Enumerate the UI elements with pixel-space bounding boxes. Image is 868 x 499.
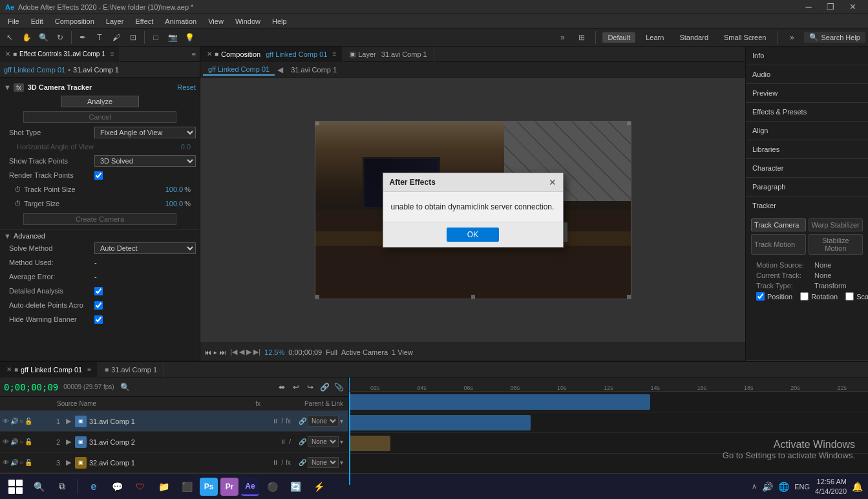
create-camera-button[interactable]: Create Camera — [23, 213, 177, 225]
tool-selection[interactable]: ↖ — [3, 30, 17, 45]
tool-brush[interactable]: 🖌 — [109, 30, 123, 45]
comp-tab-1-menu[interactable]: ≡ — [332, 50, 336, 58]
warp-stabilizer-button[interactable]: Warp Stabilizer — [809, 218, 863, 231]
layer-2-audio[interactable]: 🔊 — [10, 438, 18, 445]
taskbar-lightning[interactable]: ⚡ — [308, 476, 329, 497]
zoom-value[interactable]: 12.5% — [264, 348, 284, 356]
start-button[interactable] — [5, 476, 26, 497]
paragraph-header[interactable]: Paragraph — [746, 178, 868, 196]
detailed-analysis-checkbox[interactable] — [94, 287, 103, 295]
layer-3-parent-select[interactable]: None — [308, 457, 339, 468]
workspace-small-screen[interactable]: Small Screen — [719, 32, 771, 43]
render-track-checkbox[interactable] — [94, 171, 103, 180]
layer-1-solo[interactable]: ○ — [19, 418, 23, 425]
tl-search-icon[interactable]: 🔍 — [120, 381, 131, 393]
align-header[interactable]: Align — [746, 122, 868, 140]
layer-3-audio[interactable]: 🔊 — [10, 459, 18, 466]
tab1-menu[interactable]: ≡ — [111, 50, 114, 58]
tool-hand[interactable]: ✋ — [19, 30, 34, 45]
layer-3-motion[interactable]: ⏸ — [272, 459, 279, 466]
timeline-timecode[interactable]: 0;00;00;09 — [4, 382, 58, 392]
taskbar-taskview[interactable]: ⧉ — [52, 476, 72, 497]
tool-camera[interactable]: 📷 — [165, 30, 180, 45]
layer-2-motion[interactable]: ⏸ — [280, 438, 286, 445]
search-help-box[interactable]: 🔍 Search Help — [804, 32, 865, 43]
preview-header[interactable]: Preview — [746, 84, 868, 102]
tool-shape[interactable]: □ — [149, 30, 163, 45]
scale-checkbox[interactable] — [845, 292, 854, 301]
taskbar-refresh[interactable]: 🔄 — [285, 476, 306, 497]
taskbar-network[interactable]: 🌐 — [778, 482, 789, 492]
comp-tab-1[interactable]: ✕ ■ Composition gff Linked Comp 01 ≡ — [200, 47, 343, 62]
taskbar-explorer[interactable]: 📁 — [153, 476, 174, 497]
taskbar-aftereffects[interactable]: Ae — [241, 478, 259, 496]
tracker-header[interactable]: Tracker — [746, 196, 868, 215]
taskbar-volume[interactable]: 🔊 — [762, 482, 773, 492]
taskbar-photoshop[interactable]: Ps — [200, 478, 218, 496]
comp-tab-2[interactable]: ▣ Layer 31.avi Comp 1 — [343, 47, 434, 62]
layer-3-fx[interactable]: fx — [286, 459, 291, 466]
hide-warning-checkbox[interactable] — [94, 315, 103, 324]
layer-3-solo[interactable]: ○ — [19, 459, 23, 466]
taskbar-davinci[interactable]: ⚫ — [262, 476, 282, 497]
layer-3-dropdown[interactable]: ▾ — [340, 459, 343, 466]
effect-controls-tab[interactable]: ✕ ■ Effect Controls 31.avi Comp 1 ≡ — [0, 47, 120, 62]
show-track-select[interactable]: 3D Solved — [94, 155, 196, 167]
info-header[interactable]: Info — [746, 47, 868, 65]
dialog-ok-button[interactable]: OK — [447, 228, 499, 242]
taskbar-edge[interactable]: e — [83, 476, 104, 497]
menu-layer[interactable]: Layer — [101, 16, 129, 27]
dialog-close-icon[interactable]: ✕ — [549, 177, 556, 187]
layer-1-audio[interactable]: 🔊 — [10, 418, 18, 425]
expand-workspaces-icon[interactable]: » — [785, 30, 799, 45]
layer-3-expand[interactable]: ▶ — [66, 458, 71, 467]
expand-icon[interactable]: » — [555, 30, 569, 45]
layer-3-lock[interactable]: 🔓 — [25, 459, 32, 466]
comp-tab-1-close[interactable]: ✕ — [207, 50, 212, 58]
tl-icon-4[interactable]: 🔗 — [319, 381, 330, 393]
tl-icon-3[interactable]: ↪ — [304, 381, 316, 393]
taskbar-up-arrow[interactable]: ∧ — [752, 482, 757, 491]
tl-tab-1-close[interactable]: ✕ — [6, 366, 12, 373]
cancel-button[interactable]: Cancel — [23, 111, 177, 123]
layer-1-lock[interactable]: 🔓 — [25, 418, 32, 425]
close-button[interactable]: ✕ — [842, 0, 863, 14]
track-camera-button[interactable]: Track Camera — [751, 218, 806, 231]
expand-effect-arrow[interactable]: ▼ — [4, 83, 11, 91]
snapping-toggle[interactable]: ⊞ — [575, 30, 589, 45]
tl-icon-2[interactable]: ↩ — [290, 381, 302, 393]
sub-tab-2[interactable]: 31.avi Comp 1 — [286, 65, 342, 75]
target-size-value[interactable]: 100.0 — [165, 200, 185, 207]
taskbar-notification[interactable]: 🔔 — [852, 482, 863, 492]
left-panel-menu[interactable]: ≡ — [188, 50, 200, 58]
character-header[interactable]: Character — [746, 159, 868, 177]
full-quality[interactable]: Full — [326, 348, 337, 356]
taskbar-clock[interactable]: 12:56 AM 4/14/2020 — [815, 477, 847, 496]
layer-2-name[interactable]: 31.avi Comp 2 — [89, 438, 277, 446]
taskbar-search[interactable]: 🔍 — [28, 476, 49, 497]
close-icon-tab1[interactable]: ✕ — [5, 50, 10, 58]
advanced-section[interactable]: ▼ Advanced — [0, 231, 200, 241]
layer-2-parent-select[interactable]: None — [308, 436, 339, 447]
rotation-checkbox[interactable] — [800, 292, 809, 301]
menu-effect[interactable]: Effect — [130, 16, 158, 27]
menu-animation[interactable]: Animation — [160, 16, 202, 27]
stabilize-motion-button[interactable]: Stabilize Motion — [809, 234, 863, 255]
horiz-angle-value[interactable]: 0.0 — [181, 143, 196, 151]
libraries-header[interactable]: Libraries — [746, 140, 868, 158]
audio-header[interactable]: Audio — [746, 65, 868, 83]
menu-view[interactable]: View — [203, 16, 229, 27]
minimize-button[interactable]: ─ — [798, 0, 819, 14]
tool-text[interactable]: T — [92, 30, 107, 45]
shot-type-select[interactable]: Fixed Angle of View — [94, 127, 196, 138]
track-motion-button[interactable]: Track Motion — [751, 234, 806, 255]
workspace-default[interactable]: Default — [602, 32, 635, 43]
reset-button[interactable]: Reset — [177, 83, 196, 91]
layer-3-name[interactable]: 32.avi Comp 1 — [89, 459, 270, 467]
camera-selector[interactable]: Active Camera — [341, 348, 388, 356]
tl-tab-1-menu[interactable]: ≡ — [87, 366, 91, 373]
layer-2-eye[interactable]: 👁 — [3, 438, 9, 445]
taskbar-shield[interactable]: 🛡 — [130, 476, 151, 497]
layer-1-parent-select[interactable]: None — [308, 416, 339, 427]
layer-1-fx[interactable]: fx — [286, 418, 291, 425]
